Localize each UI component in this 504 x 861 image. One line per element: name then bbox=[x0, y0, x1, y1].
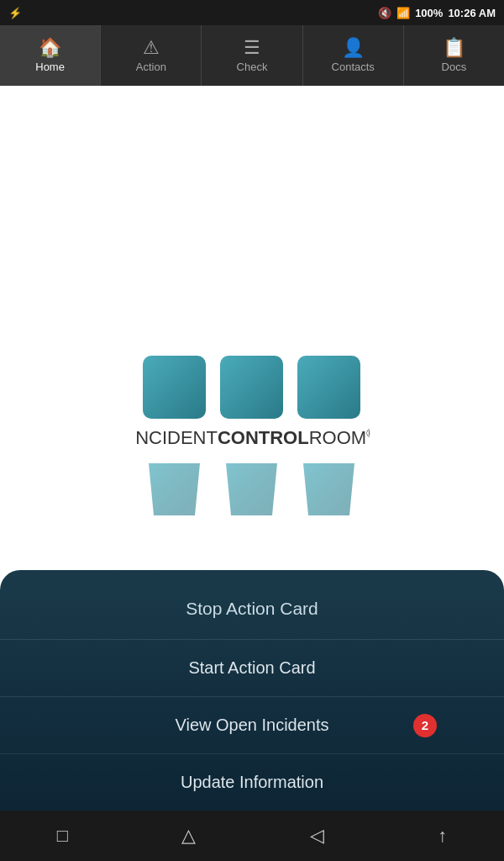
contacts-icon: 👤 bbox=[342, 39, 365, 57]
nav-label-contacts: Contacts bbox=[332, 61, 375, 73]
nav-item-docs[interactable]: 📋 Docs bbox=[403, 25, 504, 86]
svg-rect-2 bbox=[297, 356, 360, 419]
wifi-icon: 📶 bbox=[396, 7, 410, 19]
nav-label-check: Check bbox=[237, 61, 268, 73]
stop-action-card-button[interactable]: Stop Action Card bbox=[0, 578, 504, 640]
logo-container: INCIDENTCONTROLROOM® bbox=[134, 356, 370, 541]
svg-text:INCIDENTCONTROLROOM®: INCIDENTCONTROLROOM® bbox=[134, 427, 370, 448]
home-icon: 🏠 bbox=[39, 39, 61, 57]
check-icon: ☰ bbox=[244, 39, 260, 57]
back-button[interactable]: ◁ bbox=[310, 825, 324, 847]
status-left-icons: ⚡ bbox=[8, 7, 22, 19]
svg-rect-0 bbox=[143, 356, 206, 419]
stop-action-label: Stop Action Card bbox=[186, 599, 318, 618]
incidents-badge: 2 bbox=[413, 714, 437, 737]
nav-label-docs: Docs bbox=[442, 61, 467, 73]
nav-item-check[interactable]: ☰ Check bbox=[201, 25, 302, 86]
docs-icon: 📋 bbox=[443, 39, 465, 57]
update-info-label: Update Information bbox=[181, 773, 323, 791]
svg-marker-4 bbox=[149, 463, 200, 515]
recent-apps-button[interactable]: □ bbox=[57, 825, 68, 847]
svg-marker-5 bbox=[226, 463, 277, 515]
time-display: 10:26 AM bbox=[448, 7, 496, 19]
usb-icon: ⚡ bbox=[8, 7, 22, 19]
bottom-drawer: Stop Action Card Start Action Card View … bbox=[0, 570, 504, 811]
view-incidents-label: View Open Incidents bbox=[175, 716, 328, 734]
nav-label-action: Action bbox=[136, 61, 166, 73]
system-nav-bar: □ △ ◁ ↑ bbox=[0, 811, 504, 861]
status-bar: ⚡ 🔇 📶 100% 10:26 AM bbox=[0, 0, 504, 25]
status-right-icons: 🔇 📶 100% 10:26 AM bbox=[378, 7, 496, 19]
menu-button[interactable]: ↑ bbox=[438, 825, 447, 847]
svg-marker-6 bbox=[303, 463, 354, 515]
top-nav: 🏠 Home ⚠ Action ☰ Check 👤 Contacts 📋 Doc… bbox=[0, 25, 504, 86]
nav-label-home: Home bbox=[35, 61, 65, 73]
view-incidents-button[interactable]: View Open Incidents 2 bbox=[0, 697, 504, 754]
action-icon: ⚠ bbox=[143, 39, 160, 57]
home-button[interactable]: △ bbox=[181, 825, 196, 847]
start-action-card-button[interactable]: Start Action Card bbox=[0, 640, 504, 697]
app-logo: INCIDENTCONTROLROOM® bbox=[134, 356, 370, 541]
nav-item-home[interactable]: 🏠 Home bbox=[0, 25, 100, 86]
nav-item-action[interactable]: ⚠ Action bbox=[100, 25, 201, 86]
mute-icon: 🔇 bbox=[378, 7, 391, 19]
update-information-button[interactable]: Update Information bbox=[0, 754, 504, 811]
battery-text: 100% bbox=[415, 7, 443, 19]
svg-rect-1 bbox=[220, 356, 283, 419]
nav-item-contacts[interactable]: 👤 Contacts bbox=[302, 25, 403, 86]
start-action-label: Start Action Card bbox=[188, 658, 315, 677]
